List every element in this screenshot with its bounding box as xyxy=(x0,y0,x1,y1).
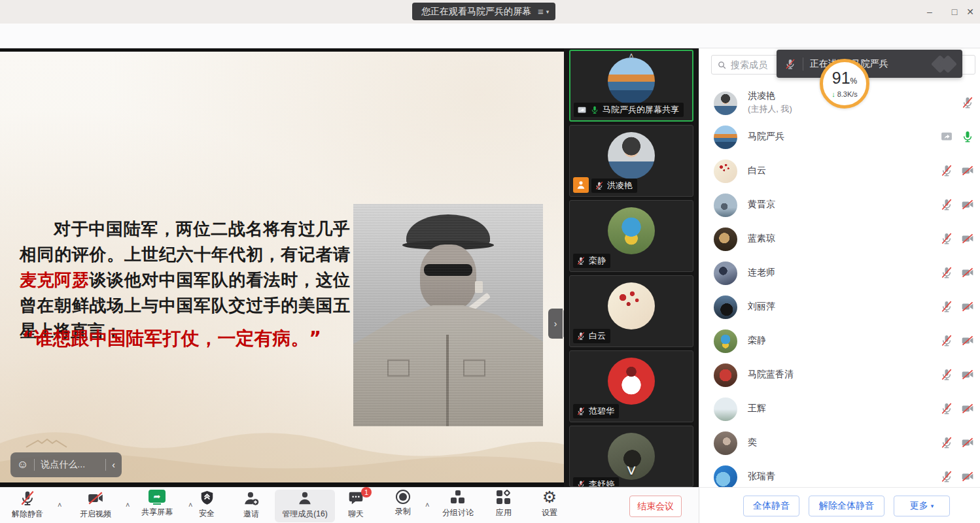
mic-muted-icon[interactable] xyxy=(940,334,953,347)
camera-off-icon[interactable] xyxy=(961,436,974,449)
top-toolbar: i 37:55 演讲者视图 ▾ 管理 S 中 ’, ☺ xyxy=(0,24,980,48)
camera-off-icon[interactable] xyxy=(961,198,974,211)
member-name: 刘丽萍 xyxy=(748,301,775,312)
more-button[interactable]: 更多 ▾ xyxy=(894,496,950,516)
member-row[interactable]: 连老师 xyxy=(699,256,980,290)
caret-down-icon: ▾ xyxy=(931,503,934,509)
tile-label: 白云 xyxy=(573,329,610,343)
mic-options-chevron[interactable]: ˄ xyxy=(58,501,61,509)
member-name: 马院严兵 xyxy=(748,131,784,143)
camera-off-icon[interactable] xyxy=(961,232,974,245)
pill-menu-icon[interactable]: ≡ xyxy=(538,6,544,17)
title-bar: 您正在观看马院严兵的屏幕 ≡ ▾ – □ ✕ xyxy=(0,0,980,24)
tile-participant-name: 栾静 xyxy=(589,255,606,267)
mic-muted-icon[interactable] xyxy=(940,232,953,245)
mic-on-icon[interactable] xyxy=(961,130,974,143)
camera-off-icon[interactable] xyxy=(961,470,974,483)
mic-muted-icon[interactable] xyxy=(940,300,953,313)
mic-muted-icon xyxy=(576,256,586,265)
member-name: 白云 xyxy=(748,165,766,177)
divider xyxy=(105,459,106,471)
toolbar-label: 应用 xyxy=(496,507,512,518)
video-tile[interactable]: ˅ 李妤婷 xyxy=(569,426,693,487)
share-screen-button[interactable]: ➦ 共享屏幕 xyxy=(130,490,184,522)
member-row[interactable]: 黄晋京 xyxy=(699,188,980,222)
host-badge-icon xyxy=(573,177,589,193)
camera-off-icon[interactable] xyxy=(961,402,974,415)
video-tile[interactable]: 栾静 xyxy=(569,200,693,272)
slide-text: 对于中国陆军，两位二战名将有过几乎相同的评价。上世纪六十年代初，有记者请 xyxy=(20,219,350,264)
member-row[interactable]: 王辉 xyxy=(699,392,980,426)
strip-collapse-handle[interactable]: › xyxy=(548,309,563,339)
video-thumbnail-strip: ˄ 马院严兵的屏幕共享 洪凌艳 栾静 xyxy=(564,48,699,487)
tile-participant-name: 白云 xyxy=(589,330,606,342)
slide-text-highlight: 麦克阿瑟 xyxy=(20,270,89,290)
panel-footer: 全体静音 解除全体静音 更多 ▾ xyxy=(699,487,980,523)
member-name: 栾静 xyxy=(748,335,766,346)
member-row[interactable]: 白云 xyxy=(699,154,980,188)
manage-members-button[interactable]: 管理成员(16) xyxy=(275,490,335,522)
download-arrow-icon: ↓ xyxy=(831,90,835,98)
member-row[interactable]: 奕 xyxy=(699,426,980,460)
mic-muted-icon[interactable] xyxy=(940,368,953,381)
mic-muted-icon[interactable] xyxy=(940,164,953,177)
mic-muted-icon[interactable] xyxy=(940,198,953,211)
invite-button[interactable]: 邀请 xyxy=(224,490,279,522)
quick-chat-bar[interactable]: ☺ 说点什么... ‹ xyxy=(10,452,122,477)
emoji-icon[interactable]: ☺ xyxy=(17,458,28,471)
gear-icon: ⚙ xyxy=(542,490,557,505)
video-tile-screen-share[interactable]: ˄ 马院严兵的屏幕共享 xyxy=(569,50,693,122)
mic-muted-icon[interactable] xyxy=(961,96,974,109)
settings-button[interactable]: ⚙ 设置 xyxy=(522,490,577,522)
mic-on-icon xyxy=(590,105,599,114)
member-name: 连老师 xyxy=(748,267,775,278)
mute-all-button[interactable]: 全体静音 xyxy=(743,496,799,516)
meeting-window: 您正在观看马院严兵的屏幕 ≡ ▾ – □ ✕ i 37:55 演讲者视图 ▾ xyxy=(0,0,980,523)
record-button[interactable]: 录制 xyxy=(376,490,430,522)
minimize-button[interactable]: – xyxy=(920,4,939,20)
camera-off-icon[interactable] xyxy=(961,266,974,279)
video-tile[interactable]: 范碧华 xyxy=(569,350,693,422)
screen-share-icon[interactable] xyxy=(940,130,953,143)
tile-label: 洪凌艳 xyxy=(591,178,637,193)
network-speed: 8.3K/s xyxy=(837,90,858,98)
camera-off-icon[interactable] xyxy=(961,334,974,347)
search-icon xyxy=(717,60,727,70)
avatar xyxy=(714,126,737,149)
mic-muted-icon[interactable] xyxy=(940,470,953,483)
photo-cap-brim xyxy=(402,241,494,250)
scroll-more-tiles-icon[interactable]: ˅ xyxy=(626,464,636,477)
member-row[interactable]: 蓝素琼 xyxy=(699,222,980,256)
video-tile[interactable]: 洪凌艳 xyxy=(569,125,693,197)
member-row[interactable]: 马院严兵 xyxy=(699,120,980,154)
mic-muted-icon[interactable] xyxy=(940,436,953,449)
mic-muted-icon[interactable] xyxy=(940,266,953,279)
collapse-chat-icon[interactable]: ‹ xyxy=(112,460,115,470)
camera-off-icon[interactable] xyxy=(961,164,974,177)
chat-placeholder[interactable]: 说点什么... xyxy=(41,459,99,471)
pill-caret-icon: ▾ xyxy=(546,8,550,15)
member-row[interactable]: 刘丽萍 xyxy=(699,290,980,324)
watching-screen-pill[interactable]: 您正在观看马院严兵的屏幕 ≡ ▾ xyxy=(412,3,555,20)
avatar xyxy=(714,228,737,251)
member-role: (主持人, 我) xyxy=(748,103,792,115)
member-row[interactable]: 马院蓝香清 xyxy=(699,358,980,392)
tile-label: 马院严兵的屏幕共享 xyxy=(574,103,684,117)
start-video-button[interactable]: 开启视频 xyxy=(68,490,123,522)
end-meeting-button[interactable]: 结束会议 xyxy=(629,496,682,517)
unmute-all-button[interactable]: 解除全体静音 xyxy=(809,496,884,516)
toolbar-label: 开启视频 xyxy=(80,509,111,520)
unmute-button[interactable]: 解除静音 xyxy=(0,490,55,522)
mic-muted-icon[interactable] xyxy=(940,402,953,415)
avatar xyxy=(714,295,737,319)
camera-off-icon[interactable] xyxy=(961,300,974,313)
close-window-button[interactable]: ✕ xyxy=(960,4,980,20)
member-row[interactable]: 栾静 xyxy=(699,324,980,358)
network-quality-badge[interactable]: 91% ↓ 8.3K/s xyxy=(820,59,869,109)
tooltip-deco xyxy=(939,58,954,71)
mic-muted-icon xyxy=(576,480,586,487)
camera-off-icon[interactable] xyxy=(961,368,974,381)
member-name: 洪凌艳 xyxy=(748,90,775,102)
video-tile[interactable]: 白云 xyxy=(569,275,693,347)
record-options-chevron[interactable]: ˄ xyxy=(425,501,429,509)
